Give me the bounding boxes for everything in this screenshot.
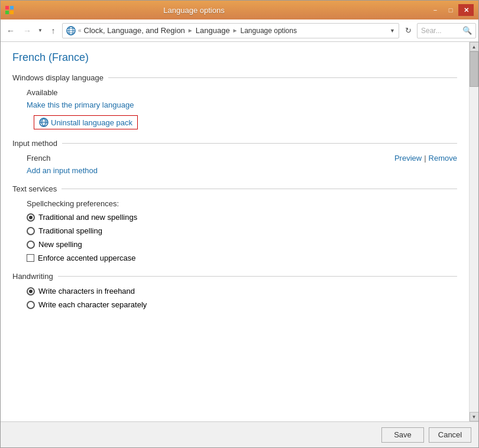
page-heading: French (France) [12, 51, 457, 64]
maximize-button[interactable]: □ [443, 4, 458, 16]
display-language-status: Available [27, 88, 457, 97]
input-method-name: French [27, 154, 394, 163]
checkbox-accented: Enforce accented uppercase [27, 254, 457, 262]
radio-traditional-circle[interactable] [27, 227, 35, 235]
bottom-bar: Save Cancel [1, 421, 478, 447]
globe-shield-icon [39, 118, 48, 127]
input-method-row: French Preview | Remove [27, 154, 457, 163]
handwriting-section: Handwriting Write characters in freehand… [12, 272, 457, 309]
back-button[interactable]: ← [3, 23, 18, 38]
preview-link[interactable]: Preview [394, 154, 422, 163]
scroll-thumb[interactable] [470, 51, 478, 87]
main-window: Language options − □ ✕ ← → ▼ ↑ « Clock, … [0, 0, 479, 448]
radio-new-spelling-label: New spelling [38, 240, 82, 249]
radio-new-spelling-circle[interactable] [27, 241, 35, 249]
text-services-header: Text services [12, 184, 457, 193]
uninstall-label: Uninstall language pack [51, 118, 132, 127]
make-primary-link[interactable]: Make this the primary language [27, 100, 134, 109]
text-services-content: Spellchecking preferences: Traditional a… [12, 199, 457, 262]
refresh-button[interactable]: ↻ [400, 23, 416, 38]
radio-traditional: Traditional spelling [27, 226, 457, 235]
address-bar: ← → ▼ ↑ « Clock, Language, and Region ► … [1, 20, 478, 42]
path-arrow-2: ► [232, 27, 238, 34]
scroll-down-button[interactable]: ▼ [470, 412, 479, 421]
path-icon [66, 26, 76, 35]
radio-separately-circle[interactable] [27, 301, 35, 309]
content-area: French (France) Windows display language… [1, 42, 478, 421]
display-language-divider [108, 77, 457, 78]
path-arrow-1: ► [187, 27, 193, 34]
scroll-track [470, 51, 478, 412]
svg-marker-12 [41, 119, 47, 126]
radio-separately: Write each character separately [27, 300, 457, 309]
checkbox-accented-box[interactable] [27, 254, 34, 262]
window-controls: − □ ✕ [428, 4, 474, 16]
search-box: Sear... 🔍 [417, 23, 476, 38]
close-button[interactable]: ✕ [458, 4, 474, 16]
radio-traditional-new-label: Traditional and new spellings [38, 213, 137, 222]
text-services-section: Text services Spellchecking preferences:… [12, 184, 457, 262]
save-button[interactable]: Save [381, 427, 424, 443]
spellcheck-label: Spellchecking preferences: [27, 199, 457, 208]
title-bar: Language options − □ ✕ [1, 1, 478, 20]
cancel-button[interactable]: Cancel [429, 427, 471, 443]
radio-new-spelling: New spelling [27, 240, 457, 249]
main-content: French (France) Windows display language… [1, 42, 469, 421]
path-dropdown-button[interactable]: ▼ [390, 28, 395, 34]
handwriting-divider [58, 276, 457, 277]
action-separator: | [424, 154, 426, 163]
path-item-2[interactable]: Language [196, 26, 230, 35]
input-method-header: Input method [12, 139, 457, 148]
text-services-divider [62, 189, 457, 189]
handwriting-header: Handwriting [12, 272, 457, 281]
radio-separately-label: Write each character separately [38, 300, 147, 309]
scroll-up-button[interactable]: ▲ [470, 42, 479, 51]
input-method-actions: Preview | Remove [394, 154, 457, 163]
radio-freehand-circle[interactable] [27, 287, 35, 296]
display-language-section: Windows display language Available Make … [12, 73, 457, 129]
input-method-section: Input method French Preview | Remove Add… [12, 139, 457, 175]
window-title: Language options [0, 6, 428, 15]
display-language-content: Available Make this the primary language… [12, 88, 457, 129]
radio-traditional-new: Traditional and new spellings [27, 213, 457, 222]
nav-dropdown[interactable]: ▼ [36, 23, 44, 38]
uninstall-language-pack-button[interactable]: Uninstall language pack [34, 115, 138, 129]
input-method-content: French Preview | Remove Add an input met… [12, 154, 457, 175]
path-separator-1: « [78, 27, 82, 34]
handwriting-title: Handwriting [12, 272, 53, 281]
display-language-header: Windows display language [12, 73, 457, 82]
forward-button[interactable]: → [20, 23, 35, 38]
handwriting-content: Write characters in freehand Write each … [12, 287, 457, 309]
search-icon[interactable]: 🔍 [462, 26, 472, 35]
text-services-title: Text services [12, 184, 57, 193]
radio-freehand: Write characters in freehand [27, 287, 457, 296]
address-path: « Clock, Language, and Region ► Language… [62, 23, 399, 38]
path-item-1[interactable]: Clock, Language, and Region [84, 26, 185, 35]
up-button[interactable]: ↑ [46, 23, 61, 38]
remove-link[interactable]: Remove [429, 154, 457, 163]
radio-freehand-label: Write characters in freehand [38, 287, 135, 296]
radio-traditional-label: Traditional spelling [38, 226, 102, 235]
path-item-3: Language options [241, 27, 297, 35]
radio-traditional-new-circle[interactable] [27, 213, 35, 222]
scrollbar: ▲ ▼ [469, 42, 478, 421]
add-input-method-link[interactable]: Add an input method [27, 166, 98, 175]
input-method-title: Input method [12, 139, 57, 148]
search-placeholder: Sear... [421, 27, 460, 35]
display-language-title: Windows display language [12, 73, 103, 82]
checkbox-accented-label: Enforce accented uppercase [38, 254, 136, 262]
input-method-divider [62, 143, 457, 144]
minimize-button[interactable]: − [428, 4, 443, 16]
